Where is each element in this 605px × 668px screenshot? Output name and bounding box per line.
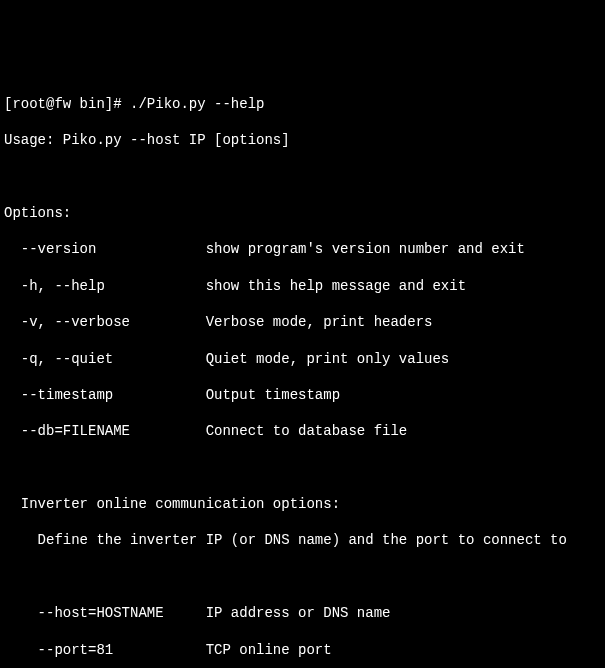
option-host: --host=HOSTNAME IP address or DNS name — [4, 604, 601, 622]
option-timestamp: --timestamp Output timestamp — [4, 386, 601, 404]
prompt-line: [root@fw bin]# ./Piko.py --help — [4, 95, 601, 113]
online-header: Inverter online communication options: — [4, 495, 601, 513]
option-version: --version show program's version number … — [4, 240, 601, 258]
option-quiet: -q, --quiet Quiet mode, print only value… — [4, 350, 601, 368]
option-db: --db=FILENAME Connect to database file — [4, 422, 601, 440]
option-port: --port=81 TCP online port — [4, 641, 601, 659]
options-header: Options: — [4, 204, 601, 222]
online-desc: Define the inverter IP (or DNS name) and… — [4, 531, 601, 549]
blank-line — [4, 459, 601, 477]
terminal-output: [root@fw bin]# ./Piko.py --help Usage: P… — [4, 77, 601, 668]
option-help: -h, --help show this help message and ex… — [4, 277, 601, 295]
blank-line — [4, 168, 601, 186]
blank-line — [4, 568, 601, 586]
usage-line: Usage: Piko.py --host IP [options] — [4, 131, 601, 149]
option-verbose: -v, --verbose Verbose mode, print header… — [4, 313, 601, 331]
